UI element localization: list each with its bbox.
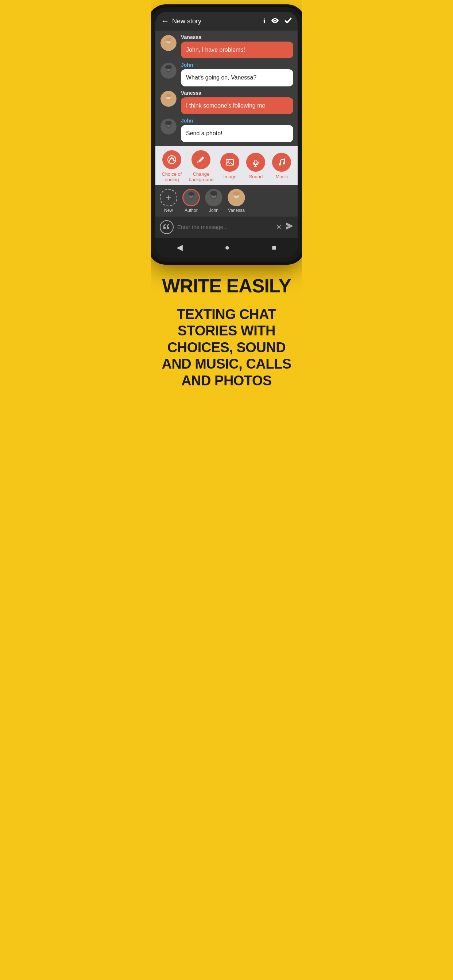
svg-point-34 [188,192,194,196]
svg-point-3 [166,38,171,41]
message-row: John What's going on, Vanessa? [160,62,293,86]
bubble-content: John What's going on, Vanessa? [181,62,293,86]
nav-back-button[interactable]: ◀ [177,243,183,252]
vanessa-label: Vanessa [228,208,245,213]
change-background-label: Changebackground [188,171,214,182]
toolbar-image[interactable]: Image [220,153,239,180]
toolbar-change-background[interactable]: Changebackground [188,150,214,182]
check-icon[interactable] [284,18,292,25]
author-label: Author [185,208,197,213]
svg-point-15 [165,121,172,125]
top-bar-left: ← New story [161,17,201,25]
svg-point-11 [166,94,171,97]
message-input-bar: ✕ [155,216,298,238]
john-avatar [205,189,222,206]
nav-bar: ◀ ● ■ [155,238,298,258]
svg-point-29 [279,163,281,165]
char-new[interactable]: + New [160,189,177,213]
plus-icon: + [166,192,171,203]
svg-point-20 [173,160,175,162]
message-text: Send a photo! [181,125,293,142]
message-text: What's going on, Vanessa? [181,69,293,86]
svg-point-30 [283,162,285,164]
image-label: Image [223,174,236,180]
avatar-vanessa [160,90,177,108]
author-avatar [182,189,200,206]
toolbar-choice-of-ending[interactable]: Choice ofending [162,150,182,182]
page-title: New story [172,18,201,25]
message-text: John, I have problems! [181,41,293,58]
nav-home-button[interactable]: ● [225,243,230,252]
svg-point-7 [165,65,172,69]
write-easily-heading: WRITE EASILY [158,276,295,295]
image-icon [220,153,239,172]
top-bar-icons: ℹ [263,17,292,25]
avatar-john [160,62,177,80]
char-vanessa[interactable]: Vanessa [228,189,245,213]
eye-icon[interactable] [271,18,279,25]
sender-name-vanessa: Vanessa [181,34,293,40]
choice-of-ending-icon [162,150,181,169]
svg-point-16 [168,156,176,164]
nav-recent-button[interactable]: ■ [272,243,276,252]
bubble-content: Vanessa I think someone's following me [181,90,293,114]
music-label: Music [275,174,288,180]
toolbar-music[interactable]: Music [272,153,291,180]
tagline: TEXTING CHAT STORIES WITH CHOICES, SOUND… [158,306,295,390]
top-bar: ← New story ℹ [155,12,298,30]
message-row: Vanessa I think someone's following me [160,90,293,114]
sound-label: Sound [249,174,263,180]
message-row: Vanessa John, I have problems! [160,34,293,58]
sender-name-vanessa: Vanessa [181,90,293,96]
char-author[interactable]: Author [182,189,200,213]
svg-point-23 [171,157,172,159]
svg-point-38 [210,191,217,196]
quote-icon [160,220,174,234]
svg-point-19 [169,160,170,162]
sound-icon [246,153,265,172]
toolbar: Choice ofending Changebackground [155,146,298,185]
message-row: John Send a photo! [160,118,293,142]
clear-input-button[interactable]: ✕ [276,223,282,231]
svg-point-42 [233,191,240,196]
phone-frame: ← New story ℹ [151,7,302,262]
svg-point-26 [254,160,257,164]
svg-point-25 [228,161,229,162]
music-icon [272,153,291,172]
bubble-content: John Send a photo! [181,118,293,142]
avatar-john [160,118,177,135]
bubble-content: Vanessa John, I have problems! [181,34,293,58]
char-john[interactable]: John [205,189,222,213]
new-label: New [164,208,173,213]
phone-wrapper: ← New story ℹ [151,0,302,262]
send-button[interactable] [285,223,293,232]
chat-area: Vanessa John, I have problems! [155,30,298,146]
vanessa-avatar [228,189,245,206]
message-input[interactable] [177,224,273,230]
message-text: I think someone's following me [181,97,293,114]
avatar-vanessa [160,34,177,52]
sender-name-john: John [181,118,293,124]
bottom-section: WRITE EASILY TEXTING CHAT STORIES WITH C… [151,262,302,407]
new-character-button[interactable]: + [160,189,177,206]
choice-of-ending-label: Choice ofending [162,171,182,182]
john-label: John [209,208,219,213]
sender-name-john: John [181,62,293,68]
info-icon[interactable]: ℹ [263,17,266,25]
toolbar-sound[interactable]: Sound [246,153,265,180]
characters-row: + New Author [155,185,298,216]
phone-inner: ← New story ℹ [155,12,298,258]
change-background-icon [191,150,211,169]
back-button[interactable]: ← [161,17,169,25]
